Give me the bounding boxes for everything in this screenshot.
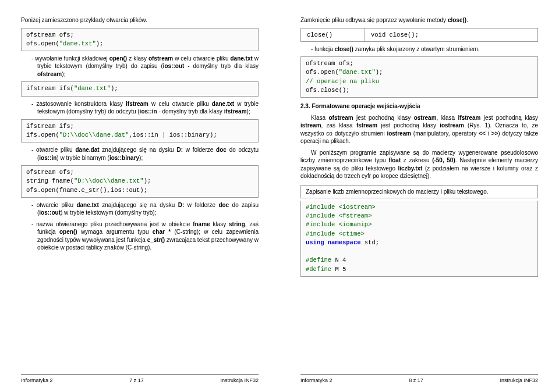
bullet-1: wywołanie funkcji składowej open() z kla… bbox=[31, 55, 259, 79]
method-name: close() bbox=[301, 28, 365, 41]
footer-left: Informatyka 2 7 z 17 Instrukcja INF32 bbox=[21, 375, 259, 384]
code-block-r2: #include <iostream> #include <fstream> #… bbox=[300, 201, 538, 277]
footer-ref: Instrukcja INF32 bbox=[220, 377, 259, 384]
para-2: W poniższym programie zapisywane są do m… bbox=[300, 149, 538, 180]
bullet-r1: funkcja close() zamyka plik skojarzony z… bbox=[311, 45, 538, 54]
para-1: Klasa ofstream jest pochodną klasy ostre… bbox=[300, 114, 538, 145]
intro-text-r: Zamknięcie pliku odbywa się poprzez wywo… bbox=[300, 16, 538, 24]
footer-right: Informatyka 2 8 z 17 Instrukcja INF32 bbox=[300, 375, 538, 384]
bullet-3: otwarcie pliku dane.dat znajdującego się… bbox=[31, 146, 259, 162]
code-caption: Zapisanie liczb zmiennoprzecinkowych do … bbox=[300, 185, 538, 199]
section-heading: 2.3. Formatowane operacje wejścia-wyjści… bbox=[300, 102, 538, 111]
method-sig: void close(); bbox=[365, 28, 537, 41]
footer-ref: Instrukcja INF32 bbox=[500, 377, 538, 384]
bullet-2: zastosowanie konstruktora klasy ifstream… bbox=[31, 100, 259, 116]
code-block-2: ifstream ifs("dane.txt"); bbox=[21, 81, 259, 96]
footer-page: 8 z 17 bbox=[409, 377, 423, 384]
page-left: Poniżej zamieszczono przykłady otwarcia … bbox=[0, 0, 280, 392]
code-block-4: ofstream ofs; string fname("D:\\doc\\dan… bbox=[21, 165, 259, 198]
footer-title: Informatyka 2 bbox=[300, 377, 332, 384]
method-table: close() void close(); bbox=[300, 28, 538, 42]
bullet-4: otwarcie pliku dane.txt znajdującego się… bbox=[31, 201, 259, 217]
bullet-5: nazwa otwieranego pliku przechowywana je… bbox=[31, 220, 259, 252]
code-block-1: ofstream ofs; ofs.open("dane.txt"); bbox=[21, 28, 259, 51]
intro-text: Poniżej zamieszczono przykłady otwarcia … bbox=[21, 16, 259, 24]
code-block-3: ifstream ifs; ifs.open("D:\\doc\\dane.da… bbox=[21, 119, 259, 142]
footer-page: 7 z 17 bbox=[129, 377, 144, 384]
footer-title: Informatyka 2 bbox=[21, 377, 53, 384]
code-block-r1: ofstream ofs; ofs.open("dane.txt"); // o… bbox=[300, 56, 538, 98]
page-right: Zamknięcie pliku odbywa się poprzez wywo… bbox=[280, 0, 559, 392]
